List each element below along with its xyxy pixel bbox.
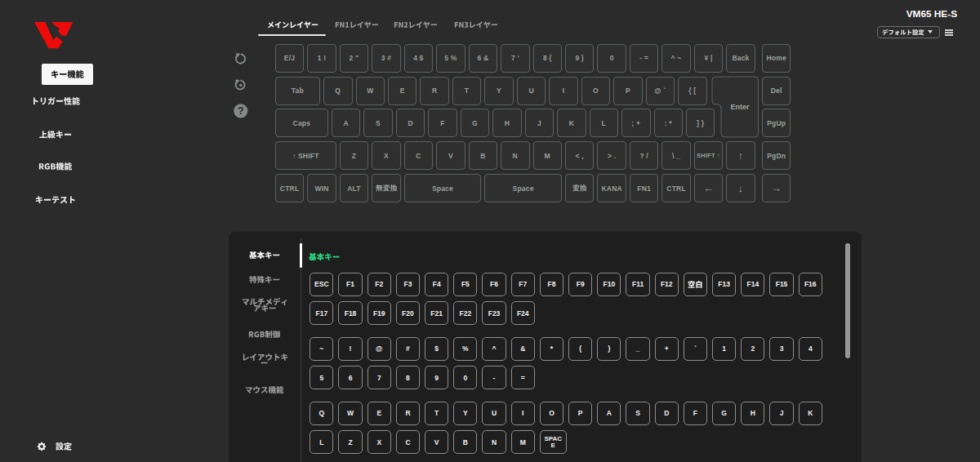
svg-text:Enter: Enter <box>730 103 750 111</box>
svg-text:?: ? <box>238 105 244 117</box>
